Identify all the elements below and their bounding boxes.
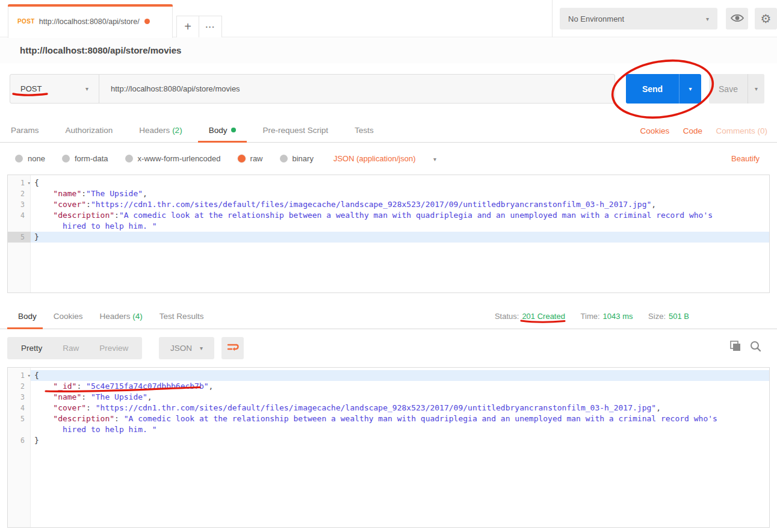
tab-headers[interactable]: Headers (2) [126,119,195,142]
environment-selector[interactable]: No Environment ▾ [560,8,717,29]
code-line[interactable]: hired to help him. " [8,424,769,435]
view-pretty[interactable]: Pretty [11,337,52,359]
code-line[interactable]: 5 "description": "A comedic look at the … [8,413,769,424]
request-tabs-row: Params Authorization Headers (2) Body Pr… [0,119,777,143]
environment-preview-button[interactable] [726,8,748,29]
code-line[interactable]: 3 "cover":"https://cdn1.thr.com/sites/de… [8,199,769,210]
fold-icon[interactable]: ▾ [28,370,31,381]
view-preview[interactable]: Preview [89,337,138,359]
settings-button[interactable]: ⚙ [755,8,777,29]
new-tab-button[interactable]: + [177,16,199,37]
radio-form-data[interactable] [62,155,70,162]
comments-link[interactable]: Comments (0) [716,126,767,135]
send-button-group: Send ▾ [626,74,701,104]
method-selector[interactable]: POST ▾ [10,75,99,103]
code-text: } [31,232,769,243]
size-value: 501 B [669,312,689,321]
code-line[interactable]: 2 "_id": "5c4e715fa74c07dbbb6ecb7b", [8,381,769,392]
line-number: 4 [8,210,31,221]
radio-binary[interactable] [280,155,288,162]
tab-pre-request-script[interactable]: Pre-request Script [249,119,341,142]
response-headers-count: (4) [132,312,143,321]
tab-options-button[interactable]: ··· [199,16,221,37]
response-tab-test-results[interactable]: Test Results [151,304,212,329]
response-stats: Status:201 Created Time:1043 ms Size:501… [495,304,689,329]
radio-x-www-form-urlencoded[interactable] [125,155,133,162]
radio-raw[interactable] [238,155,246,162]
size-group: Size:501 B [648,312,689,321]
code-line[interactable]: hired to help him. " [8,221,769,232]
time-group: Time:1043 ms [581,312,633,321]
send-options-button[interactable]: ▾ [679,74,701,104]
topbar-divider [552,0,553,37]
wrap-lines-button[interactable] [221,337,244,359]
url-value: http://localhost:8080/api/store/movies [111,84,240,93]
code-link[interactable]: Code [683,126,702,135]
chevron-down-icon: ▾ [433,156,436,162]
line-number: 6 [8,435,31,446]
fold-icon[interactable]: ▾ [28,178,31,188]
code-line[interactable]: 1▾{ [8,370,769,381]
radio-x-www-form-urlencoded-label[interactable]: x-www-form-urlencoded [138,154,221,163]
code-text: "description": "A comedic look at the re… [31,413,769,424]
chevron-down-icon: ▾ [200,345,203,351]
content-type-selector[interactable]: JSON (application/json) ▾ [333,154,436,163]
code-line[interactable]: 1▾{ [8,178,769,188]
view-raw[interactable]: Raw [52,337,89,359]
tab-tests[interactable]: Tests [341,119,387,142]
unsaved-changes-dot [144,19,150,24]
copy-response-button[interactable] [727,339,743,355]
radio-form-data-label[interactable]: form-data [75,154,108,163]
word-wrap-icon [227,342,239,354]
radio-none-label[interactable]: none [28,154,45,163]
body-has-content-dot [231,128,236,132]
beautify-link[interactable]: Beautify [731,154,760,163]
line-number [8,424,31,435]
line-number: 3 [8,392,31,403]
url-input[interactable]: http://localhost:8080/api/store/movies [99,75,614,103]
request-body-editor[interactable]: 1▾{2 "name":"The Upside",3 "cover":"http… [7,175,770,293]
code-text: "name": "The Upside", [31,392,769,403]
radio-raw-label[interactable]: raw [250,154,263,163]
tab-authorization[interactable]: Authorization [52,119,126,142]
line-number: 4 [8,403,31,413]
chevron-down-icon: ▾ [706,16,709,22]
code-line[interactable]: 6} [8,435,769,446]
code-text: hired to help him. " [31,424,769,435]
code-line[interactable]: 5} [8,232,769,243]
time-value: 1043 ms [603,312,633,321]
save-options-button[interactable]: ▾ [748,74,764,104]
title-row: http://localhost:8080/api/store/movies [0,37,777,63]
tab-params[interactable]: Params [11,119,52,142]
eye-icon [730,13,744,25]
code-text: } [31,435,769,446]
environment-label: No Environment [568,14,624,23]
gear-icon: ⚙ [761,11,772,26]
search-response-button[interactable] [748,339,763,355]
response-body-editor[interactable]: 1▾{2 "_id": "5c4e715fa74c07dbbb6ecb7b",3… [7,367,770,528]
radio-none[interactable] [15,155,23,162]
line-number: 3 [8,199,31,210]
line-number: 1▾ [8,178,31,188]
code-text: "cover": "https://cdn1.thr.com/sites/def… [31,403,769,413]
save-button[interactable]: Save [709,74,748,104]
code-line[interactable]: 4 "cover": "https://cdn1.thr.com/sites/d… [8,403,769,413]
code-text: { [31,178,769,188]
response-format-selector[interactable]: JSON ▾ [159,337,214,359]
cookies-link[interactable]: Cookies [640,126,670,135]
code-line[interactable]: 3 "name": "The Upside", [8,392,769,403]
radio-binary-label[interactable]: binary [293,154,314,163]
code-line[interactable]: 4 "description":"A comedic look at the r… [8,210,769,221]
send-button[interactable]: Send [626,74,679,104]
line-number: 5 [8,232,31,243]
response-meta-row: Body Cookies Headers (4) Test Results St… [0,304,777,329]
response-tab-body[interactable]: Body [10,304,45,329]
tab-body[interactable]: Body [196,119,250,142]
response-tab-cookies[interactable]: Cookies [45,304,91,329]
headers-count: (2) [172,126,182,135]
request-tab[interactable]: POST http://localhost:8080/api/store/ [8,4,173,38]
response-tab-headers[interactable]: Headers (4) [91,304,151,329]
tab-actions: + ··· [176,16,222,38]
code-line[interactable]: 2 "name":"The Upside", [8,188,769,199]
tab-title: http://localhost:8080/api/store/ [39,17,140,26]
